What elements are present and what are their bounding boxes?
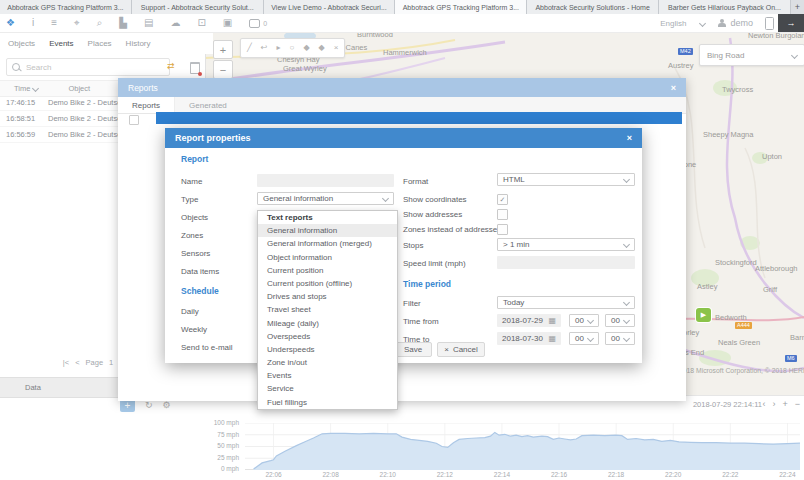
show-addresses-checkbox[interactable] bbox=[497, 209, 508, 220]
terminal-icon[interactable]: ⊡ bbox=[197, 18, 205, 28]
speed-limit-input[interactable] bbox=[497, 256, 635, 269]
map-pin-icon[interactable]: ⌖ bbox=[74, 18, 80, 28]
chat-count: 0 bbox=[263, 20, 267, 27]
panel-tab[interactable]: History bbox=[126, 39, 151, 48]
time-from-date[interactable]: 2018-07-29 ▦ bbox=[497, 314, 561, 327]
prev-range-icon[interactable]: ‹ bbox=[762, 399, 765, 409]
dropdown-option[interactable]: Object information bbox=[258, 251, 397, 264]
language-selector[interactable]: English bbox=[660, 19, 705, 28]
browser-tab[interactable]: Abbotrack GPS Tracking Platform 3... bbox=[0, 0, 132, 14]
dropdown-option[interactable]: Fuel fillings bbox=[258, 396, 397, 409]
dropdown-option[interactable]: Current position bbox=[258, 264, 397, 277]
dropdown-option[interactable]: Travel sheet bbox=[258, 303, 397, 316]
close-icon[interactable]: × bbox=[334, 44, 339, 52]
browser-tab[interactable]: View Live Demo - Abbotrack Securi... bbox=[264, 0, 396, 14]
prev-page-button[interactable]: < bbox=[75, 358, 79, 367]
time-from-minute-select[interactable]: 00 bbox=[605, 314, 635, 327]
save-button[interactable]: Save bbox=[394, 342, 432, 357]
close-icon[interactable]: × bbox=[627, 133, 632, 143]
browser-tab[interactable]: Barber Gets Hilarious Payback On... bbox=[659, 0, 791, 14]
logout-button[interactable]: → bbox=[778, 14, 804, 32]
user-menu[interactable]: demo bbox=[717, 18, 753, 28]
format-value: HTML bbox=[503, 175, 525, 184]
delete-icon[interactable] bbox=[190, 62, 200, 74]
stops-select[interactable]: > 1 min bbox=[497, 238, 635, 251]
search-input[interactable] bbox=[24, 62, 164, 73]
chat-button[interactable]: 0 bbox=[249, 19, 267, 28]
format-select[interactable]: HTML bbox=[497, 173, 635, 186]
search-field[interactable] bbox=[6, 58, 170, 76]
dialog-header[interactable]: Report properties × bbox=[165, 128, 642, 148]
marker-icon[interactable]: ◆ bbox=[303, 44, 309, 52]
browser-tab[interactable]: Abbotrack Security Solutions - Home bbox=[527, 0, 659, 14]
next-range-icon[interactable]: › bbox=[772, 399, 775, 409]
dropdown-option[interactable]: Mileage (daily) bbox=[258, 317, 397, 330]
time-to-hour-select[interactable]: 00 bbox=[569, 332, 599, 345]
chevron-down-icon bbox=[791, 51, 798, 58]
measure-icon[interactable]: ╱ bbox=[247, 44, 252, 52]
dropdown-option[interactable]: Current position (offline) bbox=[258, 277, 397, 290]
panel-tab[interactable]: Events bbox=[49, 39, 73, 48]
address-book-icon[interactable]: ▤ bbox=[144, 18, 153, 28]
app-logo-icon[interactable]: ❖ bbox=[6, 18, 15, 28]
panel-tab[interactable]: Places bbox=[88, 39, 112, 48]
time-from-hour-select[interactable]: 00 bbox=[569, 314, 599, 327]
graph-settings-icon[interactable]: ⚙ bbox=[163, 400, 171, 410]
reports-chart-icon[interactable]: ▙ bbox=[119, 18, 127, 28]
camera-icon[interactable]: ▣ bbox=[223, 18, 232, 28]
time-to-minute-select[interactable]: 00 bbox=[605, 332, 635, 345]
format-label: Format bbox=[403, 177, 428, 186]
dropdown-option[interactable]: Underspeeds bbox=[258, 343, 397, 356]
event-object: Demo Bike 2 - Deutsc bbox=[48, 130, 121, 139]
zones-instead-checkbox[interactable] bbox=[497, 224, 508, 235]
time-to-date[interactable]: 2018-07-30 ▦ bbox=[497, 332, 561, 345]
cloud-icon[interactable]: ☁ bbox=[170, 18, 180, 28]
x-tick-label: 22:22 bbox=[702, 471, 759, 478]
shield-icon[interactable]: ◆ bbox=[319, 44, 325, 52]
cancel-button[interactable]: × Cancel bbox=[437, 342, 485, 357]
zoom-out-icon[interactable]: − bbox=[795, 399, 800, 409]
settings-sliders-icon[interactable]: ≡ bbox=[51, 18, 57, 28]
info-icon[interactable]: i bbox=[32, 18, 34, 28]
data-items-label: Data items bbox=[181, 267, 219, 276]
column-time[interactable]: Time bbox=[14, 84, 38, 93]
dropdown-option[interactable]: Zone in/out bbox=[258, 356, 397, 369]
vehicle-marker[interactable]: ▶ bbox=[696, 308, 711, 322]
browser-tab[interactable]: Abbotrack GPS Tracking Platform 3... bbox=[395, 0, 527, 14]
report-row-checkbox[interactable] bbox=[129, 115, 139, 125]
dropdown-option[interactable]: Overspeeds bbox=[258, 330, 397, 343]
type-select[interactable]: General information bbox=[257, 192, 394, 205]
dropdown-option[interactable]: Events bbox=[258, 369, 397, 382]
dropdown-option[interactable]: General information (merged) bbox=[258, 237, 397, 250]
name-input[interactable] bbox=[257, 174, 394, 187]
search-icon[interactable]: ⌕ bbox=[97, 18, 103, 28]
map-zoom-in-button[interactable]: + bbox=[213, 40, 233, 59]
new-tab-button[interactable]: + bbox=[791, 0, 804, 14]
column-object[interactable]: Object bbox=[68, 84, 90, 93]
circle-icon[interactable]: ○ bbox=[290, 44, 295, 52]
reports-modal-tab[interactable]: Generated bbox=[175, 97, 241, 113]
mobile-app-icon[interactable] bbox=[765, 17, 774, 30]
first-page-button[interactable]: |< bbox=[63, 358, 69, 367]
close-icon[interactable]: × bbox=[671, 83, 676, 93]
route-icon[interactable]: ↩ bbox=[261, 44, 268, 52]
dropdown-option[interactable]: Drives and stops bbox=[258, 290, 397, 303]
reports-modal-tab[interactable]: Reports bbox=[118, 97, 175, 113]
arrow-icon[interactable]: ▸ bbox=[277, 44, 281, 52]
browser-tab[interactable]: Support - Abbotrack Security Solut... bbox=[132, 0, 264, 14]
dropdown-option[interactable]: Service bbox=[258, 382, 397, 395]
refresh-icon[interactable]: ↻ bbox=[145, 400, 153, 410]
show-coordinates-checkbox[interactable]: ✓ bbox=[497, 194, 508, 205]
transfer-icon[interactable]: ⇄ bbox=[167, 61, 175, 71]
map-layer-selector[interactable]: Bing Road bbox=[699, 44, 804, 66]
speed-limit-label: Speed limit (mph) bbox=[403, 259, 466, 268]
panel-tab[interactable]: Objects bbox=[8, 39, 35, 48]
filter-select[interactable]: Today bbox=[497, 296, 635, 309]
dropdown-option[interactable]: Text reports bbox=[258, 211, 397, 224]
speed-area-chart[interactable] bbox=[245, 423, 800, 470]
selected-report-row[interactable] bbox=[156, 112, 682, 124]
dropdown-option[interactable]: General information bbox=[258, 224, 397, 237]
zoom-in-icon[interactable]: + bbox=[782, 399, 787, 409]
search-icon bbox=[12, 63, 20, 71]
map-zoom-out-button[interactable]: − bbox=[213, 60, 233, 79]
